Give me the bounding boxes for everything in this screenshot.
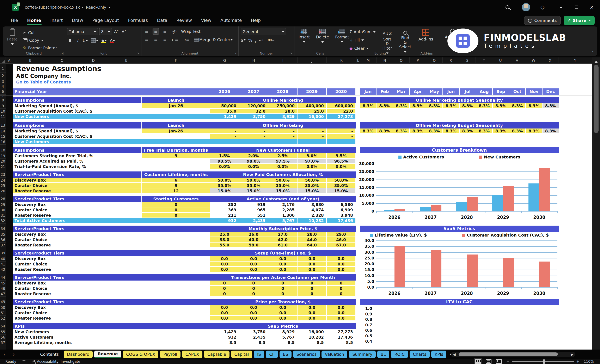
decrease-decimal-icon[interactable]: .00→ — [267, 38, 274, 42]
cell[interactable]: 120,000 — [239, 103, 268, 108]
cell[interactable]: 8.5 — [268, 340, 297, 345]
section-right-header[interactable]: New Customers Funnel — [210, 147, 356, 153]
scroll-up-icon[interactable] — [594, 59, 598, 63]
online-seasonality-cell[interactable]: 8.3% — [426, 103, 442, 108]
cell[interactable]: 22.0 — [327, 109, 356, 113]
input-cell[interactable]: 6 — [142, 178, 210, 182]
cell[interactable]: 46.0 — [327, 237, 356, 242]
row-label[interactable]: Discovery Box — [13, 178, 141, 182]
menu-tab-draw[interactable]: Draw — [68, 16, 87, 25]
offline-seasonality-cell[interactable]: 8.3% — [376, 128, 393, 133]
cell[interactable]: 1.5% — [210, 153, 239, 158]
column-header-d[interactable]: D — [76, 57, 111, 64]
offline-seasonality-cell[interactable]: 8.3% — [476, 128, 492, 133]
menu-tab-insert[interactable]: Insert — [47, 16, 66, 25]
offline-seasonality-cell[interactable]: 8.3% — [509, 128, 525, 133]
cell[interactable]: 10,282 — [298, 218, 326, 223]
offline-seasonality-cell[interactable]: 8.3% — [410, 128, 426, 133]
cell[interactable]: 0.0 — [298, 256, 326, 261]
cell[interactable]: 600,000 — [327, 103, 356, 108]
row-label[interactable]: Discovery Box — [13, 281, 210, 285]
cell[interactable]: 0 — [298, 291, 326, 296]
zoom-slider[interactable]: − + — [506, 359, 579, 364]
month-header-apr[interactable]: Apr — [410, 88, 426, 95]
section-header[interactable]: KPIs — [13, 323, 210, 329]
cell[interactable]: 50.0% — [210, 178, 239, 182]
cell[interactable]: 27.0 — [268, 232, 297, 237]
cell[interactable]: 0.0 — [210, 256, 239, 261]
column-header-e[interactable]: E — [111, 57, 142, 64]
cell[interactable]: 932 — [210, 218, 239, 223]
horizontal-scrollbar[interactable]: ◀ ▶ — [451, 352, 575, 357]
cell[interactable]: - — [298, 134, 326, 139]
cell[interactable]: 35.0% — [327, 183, 356, 188]
row-label[interactable]: Curator Choice — [13, 183, 141, 188]
section-header[interactable]: Assumptions — [13, 122, 141, 128]
addins-button[interactable]: Add-ins — [416, 28, 435, 42]
cell[interactable]: 0.0 — [239, 305, 268, 310]
input-cell[interactable]: 0 — [142, 213, 210, 218]
input-cell[interactable]: 0 — [142, 202, 210, 207]
zoom-level[interactable]: 110% — [584, 359, 594, 364]
font-color-button[interactable]: A — [109, 37, 116, 44]
accessibility-status[interactable]: Accessibility: Investigate — [37, 359, 80, 364]
cell[interactable]: 64.0 — [298, 243, 326, 247]
row-label[interactable]: Customer Acquisition Cost (CAC), $ — [13, 109, 141, 113]
cell[interactable]: 50.0% — [239, 178, 268, 182]
cell[interactable]: 26.0 — [239, 232, 268, 237]
alignment-dialog-launcher[interactable]: ↘ — [234, 52, 237, 55]
online-seasonality-cell[interactable]: 8.3% — [393, 103, 409, 108]
fill-color-button[interactable]: ◆ — [101, 37, 108, 44]
row-label[interactable]: Discovery Box — [13, 232, 210, 237]
cell[interactable]: - — [268, 139, 297, 144]
number-format-select[interactable]: General — [241, 28, 286, 35]
cell[interactable]: 400,000 — [298, 103, 326, 108]
section-header[interactable]: Service/Product Tiers — [13, 299, 210, 305]
cell[interactable]: 0.0% — [239, 164, 268, 169]
cell[interactable]: 25.0 — [298, 109, 326, 113]
section-mid-header[interactable]: Launch — [142, 97, 210, 103]
column-header-b[interactable]: B — [13, 57, 48, 64]
premium-diamond-icon[interactable]: ◇ — [537, 1, 548, 13]
offline-seasonality-cell[interactable]: 8.3% — [526, 128, 542, 133]
font-dialog-launcher[interactable]: ↘ — [137, 52, 140, 55]
clear-button[interactable]: ◆Clear — [348, 45, 377, 52]
cell[interactable]: - — [210, 139, 239, 144]
cell[interactable]: 44.0 — [298, 237, 326, 242]
cell[interactable]: 6,580 — [327, 202, 356, 207]
search-icon[interactable] — [502, 1, 513, 13]
cell[interactable]: 1,429 — [210, 329, 239, 334]
zoom-in-icon[interactable]: + — [576, 359, 579, 364]
section-right-header[interactable]: Active Customers (end of year) — [210, 196, 356, 202]
align-bottom-button[interactable]: ≡ — [162, 28, 168, 35]
cell[interactable]: 61.0 — [268, 243, 297, 247]
insert-cells-button[interactable]: ◀Insert — [297, 28, 312, 45]
month-header-jul[interactable]: Jul — [459, 88, 476, 95]
cell[interactable]: 50.0% — [268, 178, 297, 182]
bold-button[interactable]: B — [67, 37, 73, 44]
cell[interactable]: 3,880 — [298, 202, 326, 207]
cell[interactable]: 369 — [210, 207, 239, 212]
month-header-jan[interactable]: Jan — [360, 88, 376, 95]
cell[interactable]: 8.5 — [239, 340, 268, 345]
column-header-s[interactable]: S — [459, 57, 476, 64]
menu-tab-automate[interactable]: Automate — [217, 16, 245, 25]
year-header-2027[interactable]: 2027 — [239, 88, 268, 95]
cell[interactable]: 0 — [210, 291, 239, 296]
month-header-jun[interactable]: Jun — [443, 88, 459, 95]
row-label[interactable]: Curator Choice — [13, 310, 210, 315]
contents-link[interactable]: Go to Table of Contents — [14, 79, 201, 85]
sheet-tab-contents[interactable]: Contents — [37, 351, 62, 358]
online-seasonality-cell[interactable]: 8.3% — [376, 103, 393, 108]
page-layout-view-button[interactable] — [486, 359, 491, 364]
cell[interactable]: 2.5% — [268, 153, 297, 158]
online-seasonality-cell[interactable]: 8.3% — [509, 103, 525, 108]
cell[interactable]: 16,000 — [298, 114, 326, 119]
column-header-a[interactable]: A — [6, 57, 13, 64]
cell[interactable]: 0 — [268, 291, 297, 296]
column-header-j[interactable]: J — [298, 57, 327, 64]
percent-format-icon[interactable]: % — [248, 38, 252, 43]
section-right-header[interactable]: Monthly Subscription Price, $ — [210, 226, 356, 232]
cell[interactable]: 17,436 — [327, 218, 356, 223]
online-seasonality-cell[interactable]: 8.3% — [476, 103, 492, 108]
